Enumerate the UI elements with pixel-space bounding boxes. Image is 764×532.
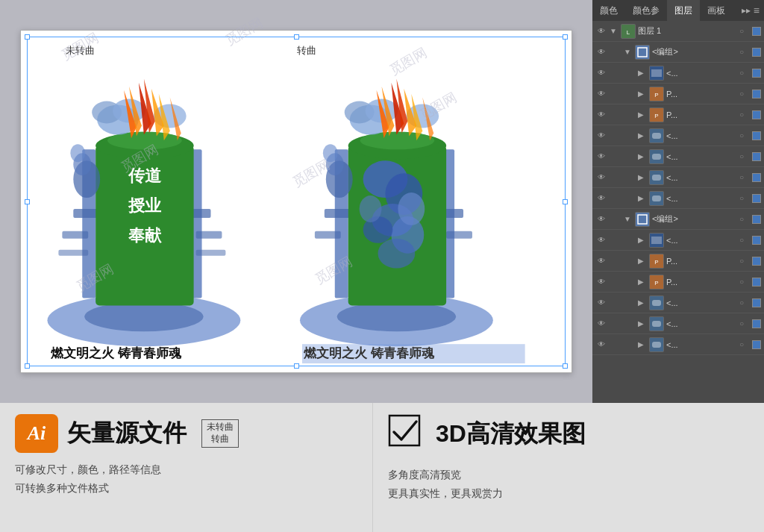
layer-arrow-12[interactable]: ▶ bbox=[638, 278, 647, 286]
feature-subtitle-right: 多角度高清预览 更具真实性，更具观赏力 bbox=[388, 466, 749, 503]
layer-thumb-5 bbox=[649, 128, 664, 143]
layer-arrow-4[interactable]: ▶ bbox=[638, 110, 647, 119]
layer-arrow-14[interactable]: ▶ bbox=[638, 319, 647, 328]
layer-eye-1[interactable]: 👁 bbox=[595, 46, 607, 58]
layer-lock-3[interactable]: ○ bbox=[739, 90, 750, 98]
layer-lock-10[interactable]: ○ bbox=[739, 236, 750, 244]
layer-lock-14[interactable]: ○ bbox=[739, 319, 750, 328]
layer-item-6[interactable]: 👁 ▶ <... ○ bbox=[592, 146, 764, 167]
layer-eye-3[interactable]: 👁 bbox=[595, 88, 607, 100]
layer-item-1[interactable]: 👁 ▼ <编组> ○ bbox=[592, 42, 764, 63]
layer-lock-4[interactable]: ○ bbox=[739, 110, 750, 119]
layer-item-9[interactable]: 👁 ▼ <编组> ○ bbox=[592, 209, 764, 230]
right-panel: 颜色 颜色参 图层 画板 ▸▸ ≡ 👁 ▼ L bbox=[592, 0, 764, 403]
layer-color-14 bbox=[752, 319, 761, 328]
subtitle-line1-left: 可修改尺寸，颜色，路径等信息 bbox=[15, 460, 357, 479]
layer-item-10[interactable]: 👁 ▶ <... ○ bbox=[592, 230, 764, 251]
layer-color-0 bbox=[752, 27, 761, 36]
layer-lock-13[interactable]: ○ bbox=[739, 298, 750, 307]
layer-item-15[interactable]: 👁 ▶ <... ○ bbox=[592, 334, 764, 355]
svg-text:授业: 授业 bbox=[128, 196, 162, 215]
layer-arrow-0[interactable]: ▼ bbox=[610, 27, 619, 35]
layer-lock-15[interactable]: ○ bbox=[739, 340, 750, 348]
panel-tabs: 颜色 颜色参 图层 画板 ▸▸ ≡ bbox=[592, 0, 764, 21]
layer-arrow-7[interactable]: ▶ bbox=[638, 173, 647, 181]
layer-name-1: <编组> bbox=[652, 46, 737, 57]
layer-lock-9[interactable]: ○ bbox=[739, 215, 750, 223]
layer-eye-6[interactable]: 👁 bbox=[595, 151, 607, 163]
tab-layers[interactable]: 图层 bbox=[667, 0, 700, 21]
layer-arrow-3[interactable]: ▶ bbox=[638, 90, 647, 98]
layer-item-0[interactable]: 👁 ▼ L 图层 1 ○ bbox=[592, 21, 764, 42]
layer-eye-2[interactable]: 👁 bbox=[595, 67, 607, 79]
layer-name-2: <... bbox=[666, 69, 737, 78]
layer-item-5[interactable]: 👁 ▶ <... ○ bbox=[592, 125, 764, 146]
layer-item-2[interactable]: 👁 ▶ <... ○ bbox=[592, 63, 764, 84]
layer-eye-11[interactable]: 👁 bbox=[595, 255, 607, 267]
layer-lock-0[interactable]: ○ bbox=[739, 27, 750, 35]
layer-item-7[interactable]: 👁 ▶ <... ○ bbox=[592, 167, 764, 188]
svg-text:奉献: 奉献 bbox=[128, 226, 162, 245]
layer-name-4: P... bbox=[666, 110, 737, 119]
svg-rect-83 bbox=[652, 195, 661, 201]
layer-lock-2[interactable]: ○ bbox=[739, 69, 750, 77]
svg-rect-9 bbox=[196, 250, 226, 256]
layer-item-8[interactable]: 👁 ▶ <... ○ bbox=[592, 188, 764, 209]
svg-text:P: P bbox=[654, 280, 658, 287]
layer-arrow-6[interactable]: ▶ bbox=[638, 152, 647, 160]
svg-rect-8 bbox=[58, 250, 88, 256]
tab-color-param[interactable]: 颜色参 bbox=[625, 0, 667, 21]
layer-arrow-10[interactable]: ▶ bbox=[638, 236, 647, 244]
canvas-area: 觅图网 觅图网 觅图网 觅图网 觅图网 觅图网 觅图网 觅图网 未转曲 bbox=[0, 0, 592, 403]
tab-artboard[interactable]: 画板 bbox=[700, 0, 733, 21]
feature-row-left: Ai 矢量源文件 未转曲 转曲 bbox=[15, 414, 357, 453]
layer-arrow-11[interactable]: ▶ bbox=[638, 257, 647, 265]
layer-lock-8[interactable]: ○ bbox=[739, 194, 750, 202]
bottom-right: 3D高清效果图 多角度高清预览 更具真实性，更具观赏力 bbox=[373, 403, 764, 532]
layer-eye-5[interactable]: 👁 bbox=[595, 130, 607, 142]
tab-color[interactable]: 颜色 bbox=[592, 0, 625, 21]
layer-eye-0[interactable]: 👁 bbox=[595, 25, 607, 37]
layer-item-4[interactable]: 👁 ▶ P P... ○ bbox=[592, 104, 764, 125]
layer-eye-14[interactable]: 👁 bbox=[595, 318, 607, 330]
layers-panel[interactable]: 👁 ▼ L 图层 1 ○ 👁 ▼ <编组> ○ bbox=[592, 21, 764, 403]
layer-eye-4[interactable]: 👁 bbox=[595, 109, 607, 121]
layer-eye-8[interactable]: 👁 bbox=[595, 193, 607, 204]
layer-item-11[interactable]: 👁 ▶ P P... ○ bbox=[592, 251, 764, 272]
svg-text:P: P bbox=[654, 113, 658, 119]
layer-item-14[interactable]: 👁 ▶ <... ○ bbox=[592, 313, 764, 334]
panel-close-icon[interactable]: ≡ bbox=[754, 4, 760, 16]
layer-arrow-9[interactable]: ▼ bbox=[624, 215, 633, 223]
layer-lock-11[interactable]: ○ bbox=[739, 257, 750, 265]
layer-lock-1[interactable]: ○ bbox=[739, 48, 750, 56]
layer-eye-7[interactable]: 👁 bbox=[595, 172, 607, 184]
layer-arrow-15[interactable]: ▶ bbox=[638, 340, 647, 348]
layer-arrow-1[interactable]: ▼ bbox=[624, 48, 633, 56]
layer-eye-13[interactable]: 👁 bbox=[595, 297, 607, 309]
layer-arrow-13[interactable]: ▶ bbox=[638, 298, 647, 307]
layer-color-4 bbox=[752, 110, 761, 119]
layer-lock-5[interactable]: ○ bbox=[739, 131, 750, 140]
svg-point-49 bbox=[360, 195, 382, 222]
layer-item-3[interactable]: 👁 ▶ P P... ○ bbox=[592, 84, 764, 104]
layer-thumb-3: P bbox=[649, 87, 664, 101]
layer-item-13[interactable]: 👁 ▶ <... ○ bbox=[592, 292, 764, 313]
layer-arrow-8[interactable]: ▶ bbox=[638, 194, 647, 202]
bottom-left: Ai 矢量源文件 未转曲 转曲 可修改尺寸，颜色，路径等信息 可转换多种文件格式 bbox=[0, 403, 373, 532]
layer-item-12[interactable]: 👁 ▶ P P... ○ bbox=[592, 272, 764, 292]
layer-arrow-2[interactable]: ▶ bbox=[638, 69, 647, 77]
layer-thumb-9 bbox=[635, 212, 650, 227]
svg-point-47 bbox=[378, 239, 416, 269]
layer-lock-7[interactable]: ○ bbox=[739, 173, 750, 181]
layer-arrow-5[interactable]: ▶ bbox=[638, 131, 647, 140]
layer-eye-12[interactable]: 👁 bbox=[595, 276, 607, 288]
layer-eye-9[interactable]: 👁 bbox=[595, 213, 607, 225]
layer-lock-6[interactable]: ○ bbox=[739, 152, 750, 160]
svg-text:P: P bbox=[654, 92, 658, 98]
layer-eye-10[interactable]: 👁 bbox=[595, 234, 607, 246]
layer-lock-12[interactable]: ○ bbox=[739, 278, 750, 286]
layer-color-11 bbox=[752, 257, 761, 266]
layer-eye-15[interactable]: 👁 bbox=[595, 339, 607, 351]
panel-menu-icon[interactable]: ▸▸ bbox=[742, 5, 751, 16]
badge-line2: 转曲 bbox=[207, 434, 234, 445]
